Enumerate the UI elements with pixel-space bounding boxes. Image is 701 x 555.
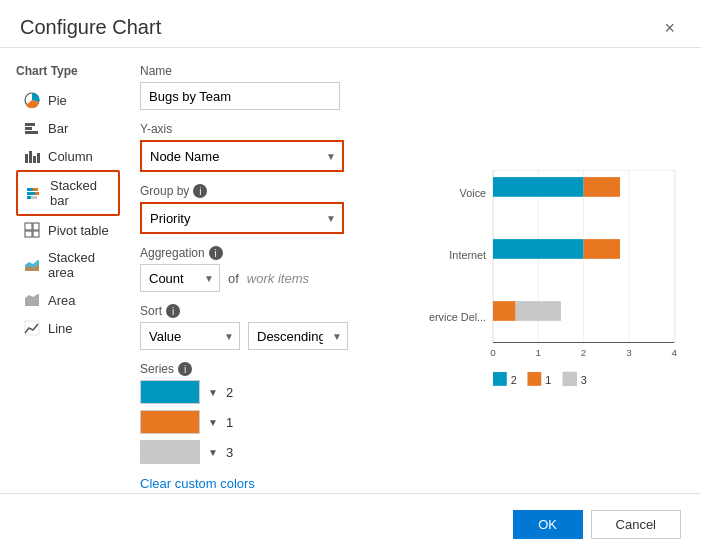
svg-rect-10 (27, 192, 35, 195)
sidebar-item-column[interactable]: Column (16, 142, 120, 170)
chart-svg: Voice Internet Service Del... (429, 64, 685, 493)
series-label: Series i (140, 362, 401, 376)
svg-text:3: 3 (626, 347, 632, 358)
pivot-icon (24, 222, 40, 238)
sidebar-item-pivot-label: Pivot table (48, 223, 109, 238)
svg-rect-8 (27, 188, 33, 191)
series-info-icon[interactable]: i (178, 362, 192, 376)
sidebar-item-pie[interactable]: Pie (16, 86, 120, 114)
yaxis-select[interactable]: Node Name Assigned To Priority State (142, 142, 342, 170)
sort-label: Sort i (140, 304, 401, 318)
svg-text:Service Del...: Service Del... (429, 311, 486, 323)
series-color-0[interactable] (140, 380, 200, 404)
chart-type-sidebar: Chart Type Pie Bar (0, 64, 120, 493)
series-section: Series i ▼ 2 ▼ 1 ▼ 3 Clear (140, 362, 401, 491)
sidebar-title: Chart Type (16, 64, 120, 78)
svg-rect-45 (527, 372, 541, 386)
series-color-2[interactable] (140, 440, 200, 464)
sidebar-item-stacked-area[interactable]: Stacked area (16, 244, 120, 286)
series-item-0: ▼ 2 (140, 380, 401, 404)
yaxis-label: Y-axis (140, 122, 401, 136)
sidebar-item-column-label: Column (48, 149, 93, 164)
svg-rect-9 (33, 188, 38, 191)
aggregation-row: Count Sum Avg ▼ of work items (140, 264, 401, 292)
svg-text:0: 0 (490, 347, 496, 358)
sort-row: Value Label ▼ Descending Ascending ▼ (140, 322, 401, 350)
sidebar-item-pie-label: Pie (48, 93, 67, 108)
svg-rect-1 (25, 123, 35, 126)
aggregation-info-icon[interactable]: i (209, 246, 223, 260)
series-item-2: ▼ 3 (140, 440, 401, 464)
configure-chart-dialog: Configure Chart × Chart Type Pie (0, 0, 701, 555)
line-icon (24, 320, 40, 336)
groupby-info-icon[interactable]: i (193, 184, 207, 198)
ok-button[interactable]: OK (513, 510, 583, 539)
svg-text:4: 4 (671, 347, 677, 358)
dialog-title: Configure Chart (20, 16, 161, 39)
series-chevron-0[interactable]: ▼ (208, 387, 218, 398)
series-label-2: 3 (226, 445, 233, 460)
svg-rect-17 (33, 231, 39, 237)
config-panel: Name Y-axis Node Name Assigned To Priori… (120, 64, 421, 493)
svg-text:2: 2 (581, 347, 586, 358)
svg-rect-14 (25, 223, 32, 230)
cancel-button[interactable]: Cancel (591, 510, 681, 539)
bar-icon (24, 120, 40, 136)
area-icon (24, 292, 40, 308)
name-field-group: Name (140, 64, 401, 110)
svg-rect-6 (33, 156, 36, 163)
sidebar-item-line[interactable]: Line (16, 314, 120, 342)
groupby-select-wrapper: Priority State Assigned To ▼ (140, 202, 344, 234)
svg-rect-43 (493, 372, 507, 386)
sort-info-icon[interactable]: i (166, 304, 180, 318)
series-color-1[interactable] (140, 410, 200, 434)
yaxis-field-group: Y-axis Node Name Assigned To Priority St… (140, 122, 401, 172)
svg-rect-16 (25, 231, 32, 237)
sidebar-item-bar-label: Bar (48, 121, 68, 136)
series-chevron-2[interactable]: ▼ (208, 447, 218, 458)
dialog-footer: OK Cancel (0, 493, 701, 555)
sort-select[interactable]: Value Label (140, 322, 240, 350)
sidebar-item-stacked-area-label: Stacked area (48, 250, 112, 280)
svg-rect-36 (516, 301, 561, 321)
sort-dir-select[interactable]: Descending Ascending (248, 322, 348, 350)
sidebar-item-stacked-bar-label: Stacked bar (50, 178, 110, 208)
series-chevron-1[interactable]: ▼ (208, 417, 218, 428)
sidebar-item-area-label: Area (48, 293, 75, 308)
sidebar-item-area[interactable]: Area (16, 286, 120, 314)
column-icon (24, 148, 40, 164)
svg-rect-7 (37, 153, 40, 163)
svg-rect-15 (33, 223, 39, 230)
svg-rect-34 (584, 239, 620, 259)
yaxis-select-wrapper: Node Name Assigned To Priority State ▼ (140, 140, 344, 172)
clear-colors-link[interactable]: Clear custom colors (140, 476, 255, 491)
svg-rect-35 (493, 301, 516, 321)
svg-rect-32 (584, 177, 620, 197)
sidebar-item-pivot-table[interactable]: Pivot table (16, 216, 120, 244)
svg-rect-4 (25, 154, 28, 163)
svg-rect-31 (493, 177, 584, 197)
aggregation-field-group: Aggregation i Count Sum Avg ▼ of work it… (140, 246, 401, 292)
series-label-0: 2 (226, 385, 233, 400)
svg-text:3: 3 (581, 374, 587, 386)
groupby-select[interactable]: Priority State Assigned To (142, 204, 342, 232)
of-text: of (228, 271, 239, 286)
close-button[interactable]: × (658, 17, 681, 39)
name-input[interactable] (140, 82, 340, 110)
svg-rect-21 (25, 321, 39, 335)
svg-rect-12 (27, 196, 31, 199)
sidebar-item-stacked-bar[interactable]: Stacked bar (16, 170, 120, 216)
svg-rect-11 (35, 192, 39, 195)
svg-rect-33 (493, 239, 584, 259)
dialog-body: Chart Type Pie Bar (0, 48, 701, 493)
svg-rect-2 (25, 127, 32, 130)
aggregation-label: Aggregation i (140, 246, 401, 260)
svg-text:2: 2 (511, 374, 517, 386)
sidebar-item-line-label: Line (48, 321, 73, 336)
name-label: Name (140, 64, 401, 78)
aggregation-select[interactable]: Count Sum Avg (140, 264, 220, 292)
pie-icon (24, 92, 40, 108)
sidebar-item-bar[interactable]: Bar (16, 114, 120, 142)
chart-preview: Voice Internet Service Del... (421, 64, 701, 493)
work-items-text: work items (247, 271, 309, 286)
